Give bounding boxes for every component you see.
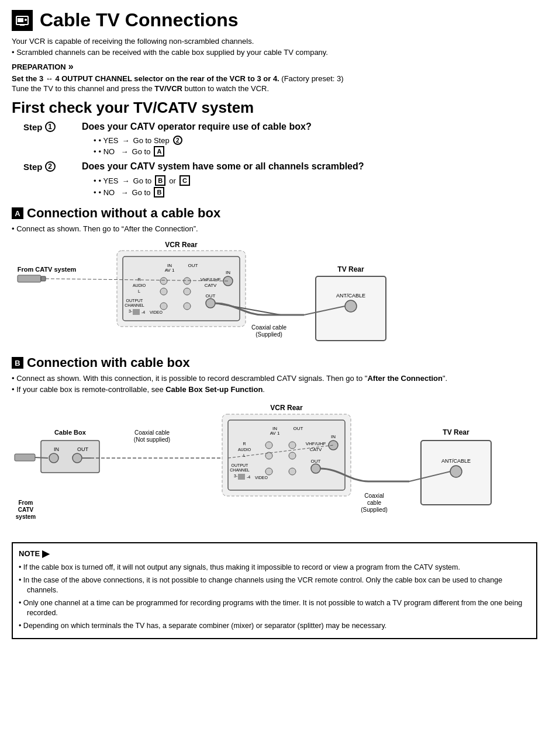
svg-text:OUT: OUT (77, 446, 89, 452)
svg-text:3-: 3- (234, 474, 238, 478)
svg-text:TV Rear: TV Rear (337, 265, 364, 273)
svg-text:-4: -4 (141, 310, 145, 314)
note-arrow: ▶ (42, 548, 49, 559)
step2-or-text: or (169, 176, 176, 185)
intro-line1: Your VCR is capable of receiving the fol… (12, 37, 537, 46)
svg-rect-32 (18, 275, 41, 282)
step1-no-row: • • NO → Go to A (94, 146, 537, 157)
step2-yes-goto: Go to (133, 176, 152, 185)
cable-tv-icon (12, 10, 33, 31)
step2-no-goto: Go to (132, 188, 151, 197)
step2-yes-arrow: → (122, 176, 130, 185)
step2-word: Step (23, 162, 43, 172)
svg-text:VIDEO: VIDEO (150, 310, 163, 314)
step2-no-label: • NO (99, 188, 118, 197)
svg-point-84 (289, 468, 296, 475)
svg-text:AV 1: AV 1 (165, 268, 175, 273)
svg-rect-2 (18, 18, 23, 22)
svg-text:(Supplied): (Supplied) (255, 331, 282, 338)
svg-line-55 (35, 457, 48, 458)
section-a-body1: • Connect as shown. Then go to “After th… (12, 224, 537, 233)
svg-text:OUTPUT: OUTPUT (232, 463, 249, 467)
steps-container: Step 1 Does your CATV operator require u… (23, 122, 537, 197)
svg-text:VIDEO: VIDEO (255, 476, 268, 480)
svg-text:cable: cable (367, 500, 381, 506)
step2-yes-label: • YES (99, 176, 119, 185)
section-b: B Connection with cable box • Connect as… (12, 355, 537, 534)
svg-text:OUT: OUT (206, 293, 216, 299)
svg-text:Coaxial cable: Coaxial cable (134, 429, 170, 436)
step1-yes-bullet: • (94, 136, 96, 145)
step2-no-row: • • NO → Go to B (94, 187, 537, 197)
step1-no-arrow: → (121, 147, 129, 156)
svg-rect-1 (20, 25, 25, 26)
svg-text:TV Rear: TV Rear (443, 428, 469, 436)
setup-line2-bold: TV/VCR (154, 84, 182, 93)
step1-no-bullet: • (94, 147, 96, 156)
svg-point-49 (49, 453, 58, 463)
svg-point-15 (184, 278, 191, 285)
step1-yes-arrow: → (122, 136, 130, 145)
first-check-heading: First check your TV/CATV system (12, 99, 537, 117)
svg-point-14 (160, 288, 167, 295)
diagram-a: VCR Rear IN AV 1 OUT R AUDIO L VHF/UHF (12, 239, 537, 347)
cable-box-setup-bold: Cable Box Set-up Function (165, 385, 263, 394)
step2-no-box: B (154, 187, 164, 197)
svg-text:VHF/UHF: VHF/UHF (201, 277, 221, 282)
step1-yes-stepnum: 2 (173, 136, 182, 145)
step1-row: Step 1 Does your CATV operator require u… (23, 122, 537, 132)
step2-label: Step 2 (23, 161, 82, 172)
svg-text:CHANNEL: CHANNEL (230, 468, 250, 472)
svg-text:(Not supplied): (Not supplied) (134, 436, 170, 443)
section-b-label: B (12, 357, 23, 369)
page-header: Cable TV Connections (12, 9, 537, 31)
step1-no-box: A (154, 146, 164, 157)
svg-text:AV 1: AV 1 (270, 431, 280, 436)
diagram-b: Cable Box Coaxial cable (Not supplied) I… (12, 400, 537, 534)
setup-line2-after: button to watch the VCR. (182, 84, 269, 93)
svg-rect-6 (123, 256, 240, 321)
svg-text:Cable Box: Cable Box (54, 429, 87, 436)
svg-point-39 (345, 300, 357, 312)
svg-text:IN: IN (226, 270, 230, 275)
note-item-1: • If the cable box is turned off, it wil… (19, 563, 530, 573)
setup-line1-text: Set the 3 ↔ 4 OUTPUT CHANNEL selector on… (12, 74, 279, 83)
step1-question: Does your CATV operator require use of c… (82, 122, 537, 132)
svg-text:VCR Rear: VCR Rear (270, 404, 303, 412)
svg-text:AUDIO: AUDIO (133, 283, 146, 287)
preparation-label: PREPARATION (12, 63, 66, 71)
step1-label: Step 1 (23, 122, 82, 132)
section-b-body2: • If your cable box is remote-controllab… (12, 385, 537, 394)
svg-text:OUT: OUT (311, 459, 321, 464)
svg-text:CHANNEL: CHANNEL (125, 303, 144, 307)
svg-text:(Supplied): (Supplied) (361, 507, 388, 513)
svg-text:IN: IN (331, 434, 336, 439)
diagram-a-svg: VCR Rear IN AV 1 OUT R AUDIO L VHF/UHF (12, 239, 421, 347)
svg-rect-60 (228, 420, 345, 490)
svg-rect-33 (41, 276, 46, 281)
setup-line1-after: (Factory preset: 3) (279, 74, 344, 83)
note-header: NOTE ▶ (19, 548, 530, 559)
section-b-heading: Connection with cable box (27, 355, 190, 370)
svg-text:ANT/CABLE: ANT/CABLE (441, 458, 471, 464)
svg-text:OUT: OUT (294, 426, 303, 431)
svg-text:VHF/UHF: VHF/UHF (306, 441, 326, 446)
note-label: NOTE (19, 549, 40, 558)
svg-text:CATV: CATV (310, 447, 322, 452)
svg-point-22 (206, 299, 215, 308)
svg-text:R: R (243, 442, 246, 446)
note-item-2: • In the case of the above connections, … (19, 575, 530, 596)
step2-answers: • • YES → Go to B or C • • NO → Go to B (94, 175, 537, 197)
svg-text:VCR Rear: VCR Rear (165, 241, 198, 249)
diagram-b-svg: Cable Box Coaxial cable (Not supplied) I… (12, 400, 520, 534)
svg-text:Coaxial: Coaxial (364, 493, 384, 499)
svg-point-29 (160, 303, 167, 310)
step2-circle: 2 (45, 161, 56, 172)
svg-point-83 (265, 468, 272, 475)
note-item-4: • Depending on which terminals the TV ha… (19, 621, 530, 632)
setup-line2: Tune the TV to this channel and press th… (12, 84, 537, 93)
svg-point-16 (184, 288, 191, 295)
note-section: NOTE ▶ • If the cable box is turned off,… (12, 542, 537, 639)
page-title: Cable TV Connections (40, 9, 239, 31)
svg-text:3-: 3- (129, 309, 133, 313)
